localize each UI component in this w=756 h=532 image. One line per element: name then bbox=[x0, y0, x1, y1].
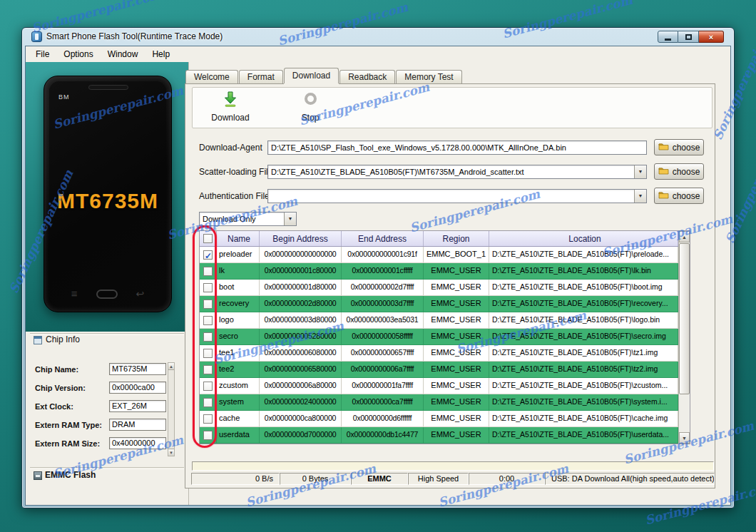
download-icon bbox=[223, 91, 237, 110]
table-row-system[interactable]: system0x00000000240000000x00000000ca7fff… bbox=[200, 394, 678, 411]
chip-info-row: Extern RAM Type:DRAM bbox=[35, 418, 168, 436]
tab-memory-test[interactable]: Memory Test bbox=[396, 70, 461, 83]
cell-end-address: 0x00000000db1c4477 bbox=[342, 427, 424, 443]
chip-info-row: Ext Clock:EXT_26M bbox=[35, 399, 168, 418]
scroll-down-icon[interactable]: ▼ bbox=[679, 432, 690, 444]
table-scrollbar[interactable]: ▲ ▼ bbox=[678, 231, 690, 444]
chip-info-field-value: EXT_26M bbox=[109, 400, 166, 412]
emmc-flash-separator bbox=[30, 467, 184, 469]
menu-item-options[interactable]: Options bbox=[56, 47, 100, 61]
close-button[interactable]: × bbox=[699, 31, 724, 43]
cell-begin-address: 0x0000000002d80000 bbox=[260, 296, 342, 312]
scrollbar-thumb[interactable] bbox=[679, 243, 690, 394]
window-controls: × bbox=[658, 31, 724, 43]
chevron-down-icon[interactable]: ▼ bbox=[284, 213, 296, 225]
tab-strip: WelcomeFormatDownloadReadbackMemory Test bbox=[185, 68, 463, 83]
menu-item-help[interactable]: Help bbox=[145, 47, 177, 61]
tab-download[interactable]: Download bbox=[284, 68, 339, 83]
maximize-button[interactable] bbox=[678, 31, 699, 43]
cell-end-address: 0x00000000d6ffffff bbox=[342, 411, 424, 426]
chip-info-row: Extern RAM Size:0x40000000 bbox=[35, 436, 168, 455]
cell-name: lk bbox=[217, 263, 260, 279]
app-icon bbox=[31, 31, 42, 42]
table-row-logo[interactable]: logo0x0000000003d800000x0000000003ea5031… bbox=[200, 312, 678, 329]
cell-region: EMMC_USER bbox=[424, 329, 489, 344]
tab-welcome[interactable]: Welcome bbox=[185, 70, 238, 83]
choose-button-label: choose bbox=[673, 191, 700, 201]
table-row-recovery[interactable]: recovery0x0000000002d800000x0000000003d7… bbox=[200, 296, 678, 312]
tab-readback[interactable]: Readback bbox=[339, 70, 395, 83]
cell-end-address: 0x00000000058fffff bbox=[342, 329, 424, 344]
menu-item-window[interactable]: Window bbox=[101, 47, 145, 61]
partition-table-body: preloader0x00000000000000000x00000000000… bbox=[200, 247, 678, 444]
scroll-up-icon[interactable]: ▲ bbox=[168, 363, 174, 370]
chip-info-field-value: 0x0000ca00 bbox=[109, 382, 166, 394]
table-row-preloader[interactable]: preloader0x00000000000000000x00000000000… bbox=[200, 247, 678, 263]
window-content: FileOptionsWindowHelp BM MT6735M ≡ ↩ Chi… bbox=[25, 46, 731, 506]
minimize-button[interactable] bbox=[658, 31, 678, 43]
cell-name: tee2 bbox=[217, 362, 260, 377]
chip-info-scrollbar[interactable]: ▲ ▼ bbox=[168, 362, 175, 456]
emmc-flash-label: EMMC Flash bbox=[45, 470, 96, 480]
cell-begin-address: 0x0000000000000000 bbox=[260, 247, 342, 262]
table-row-zcustom[interactable]: zcustom0x0000000006a800000x000000001fa7f… bbox=[200, 378, 678, 394]
download-mode-combobox[interactable]: Download Only ▼ bbox=[199, 212, 297, 226]
cell-name: system bbox=[217, 394, 260, 410]
download-mode-value: Download Only bbox=[200, 213, 284, 225]
auth-file-combobox[interactable]: ▼ bbox=[267, 189, 647, 203]
cell-location: D:\ZTE_A510\ZTE_BLADE_A510B05(FT)\zcusto… bbox=[489, 378, 678, 394]
cell-begin-address: 0x0000000024000000 bbox=[260, 394, 342, 410]
auth-file-choose-button[interactable]: choose bbox=[654, 188, 704, 204]
scatter-file-choose-button[interactable]: choose bbox=[654, 163, 704, 180]
table-header-row: Name Begin Address End Address Region Lo… bbox=[200, 231, 678, 247]
cell-location: D:\ZTE_A510\ZTE_BLADE_A510B05(FT)\cache.… bbox=[489, 411, 678, 426]
phone-image: BM MT6735M ≡ ↩ bbox=[44, 76, 172, 312]
scroll-down-icon[interactable]: ▼ bbox=[168, 449, 174, 456]
download-button[interactable]: Download bbox=[201, 90, 260, 124]
chip-info-field-value: 0x40000000 bbox=[109, 437, 166, 449]
cell-location: D:\ZTE_A510\ZTE_BLADE_A510B05(FT)\lk.bin bbox=[489, 263, 678, 279]
chip-info-title: Chip Info bbox=[46, 334, 80, 344]
chip-info-row: Chip Version:0x0000ca00 bbox=[35, 381, 168, 399]
download-button-label: Download bbox=[211, 113, 249, 123]
window-title: Smart Phone Flash Tool(Runtime Trace Mod… bbox=[46, 31, 223, 41]
checkbox-column-highlight bbox=[193, 225, 217, 448]
table-row-tee2[interactable]: tee20x00000000065800000x0000000006a7ffff… bbox=[200, 362, 678, 378]
menu-bar: FileOptionsWindowHelp bbox=[29, 46, 177, 62]
download-agent-input[interactable]: D:\ZTE_A510\SP_Flash_Tool_exe_Windows_v5… bbox=[267, 140, 647, 155]
scroll-up-icon[interactable]: ▲ bbox=[679, 231, 690, 242]
title-bar[interactable]: Smart Phone Flash Tool(Runtime Trace Mod… bbox=[22, 28, 734, 46]
chevron-down-icon[interactable]: ▼ bbox=[634, 190, 646, 203]
partition-table-grid: Name Begin Address End Address Region Lo… bbox=[200, 231, 678, 444]
cell-location: D:\ZTE_A510\ZTE_BLADE_A510B05(FT)\system… bbox=[489, 394, 678, 410]
cell-begin-address: 0x00000000d7000000 bbox=[260, 427, 342, 443]
stop-icon bbox=[305, 93, 317, 105]
cell-region: EMMC_USER bbox=[424, 411, 489, 426]
table-row-tee1[interactable]: tee10x00000000060800000x000000000657ffff… bbox=[200, 345, 678, 362]
download-tab-page: Download Stop Download-Agent D:\ZTE_A510… bbox=[185, 83, 715, 488]
cell-end-address: 0x0000000001cfffff bbox=[342, 263, 424, 279]
cell-begin-address: 0x0000000005280000 bbox=[260, 329, 342, 344]
cell-end-address: 0x00000000ca7fffff bbox=[342, 394, 424, 410]
chip-info-field-value: DRAM bbox=[109, 419, 166, 431]
status-cell-4: 0:00 bbox=[469, 473, 545, 485]
cell-location: D:\ZTE_A510\ZTE_BLADE_A510B05(FT)\boot.i… bbox=[489, 280, 678, 295]
cell-location: D:\ZTE_A510\ZTE_BLADE_A510B05(FT)\recove… bbox=[489, 296, 678, 312]
stop-button[interactable]: Stop bbox=[281, 90, 339, 124]
cell-end-address: 0x0000000003ea5031 bbox=[342, 312, 424, 328]
table-row-boot[interactable]: boot0x0000000001d800000x0000000002d7ffff… bbox=[200, 280, 678, 296]
scatter-file-label: Scatter-loading File bbox=[199, 165, 272, 179]
download-agent-choose-button[interactable]: choose bbox=[654, 139, 704, 155]
chevron-down-icon[interactable]: ▼ bbox=[634, 165, 646, 178]
tab-format[interactable]: Format bbox=[239, 70, 283, 83]
table-row-userdata[interactable]: userdata0x00000000d70000000x00000000db1c… bbox=[200, 427, 678, 444]
cell-region: EMMC_USER bbox=[424, 263, 489, 279]
cell-region: EMMC_USER bbox=[424, 280, 489, 295]
phone-speaker bbox=[88, 85, 128, 90]
scatter-file-combobox[interactable]: D:\ZTE_A510\ZTE_BLADE_A510B05(FT)\MT6735… bbox=[267, 165, 647, 179]
menu-item-file[interactable]: File bbox=[29, 47, 56, 61]
table-row-lk[interactable]: lk0x0000000001c800000x0000000001cfffffEM… bbox=[200, 263, 678, 280]
table-row-cache[interactable]: cache0x00000000ca8000000x00000000d6fffff… bbox=[200, 411, 678, 427]
cell-region: EMMC_USER bbox=[424, 312, 489, 328]
table-row-secro[interactable]: secro0x00000000052800000x00000000058ffff… bbox=[200, 329, 678, 345]
